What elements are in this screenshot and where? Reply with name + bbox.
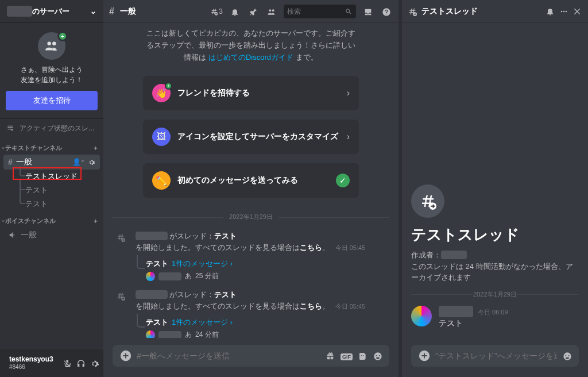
message-input[interactable]: GIF bbox=[113, 345, 389, 367]
system-message: xxx がスレッド：テスト を開始しました。すべてのスレッドを見る場合はこちら。… bbox=[113, 286, 389, 315]
chevron-right-icon: › bbox=[347, 132, 350, 142]
date-divider: 2022年1月29日 bbox=[411, 290, 579, 299]
search-icon bbox=[345, 7, 353, 16]
thread-notifications-icon[interactable] bbox=[546, 6, 555, 17]
voice-channel-general[interactable]: 一般 bbox=[3, 228, 100, 243]
onboard-line2: 友達を追加しよう！ bbox=[6, 75, 98, 85]
onboarding-avatar: + bbox=[38, 32, 65, 60]
message-timestamp: 今日 06:09 bbox=[478, 308, 508, 317]
voice-channel-label: 一般 bbox=[21, 230, 37, 240]
channel-title: 一般 bbox=[120, 6, 136, 17]
username-blur: xxx bbox=[136, 232, 168, 240]
message-avatar[interactable] bbox=[411, 306, 432, 326]
thread-icon bbox=[408, 7, 417, 16]
server-name-blur: xxxxx bbox=[7, 6, 32, 17]
hash-icon bbox=[8, 157, 13, 167]
thread-message-input[interactable] bbox=[411, 345, 579, 367]
onboard-line1: さぁ、冒険へ出よう bbox=[6, 64, 98, 75]
add-channel-icon[interactable]: ＋ bbox=[92, 144, 99, 152]
thread-created-icon bbox=[113, 289, 129, 311]
emoji-icon[interactable] bbox=[373, 351, 382, 361]
channel-settings-icon[interactable] bbox=[88, 159, 95, 166]
help-icon[interactable] bbox=[380, 6, 393, 16]
thread-created-icon bbox=[113, 230, 129, 253]
avatar-small bbox=[146, 330, 155, 338]
card-title: 初めてのメッセージを送ってみる bbox=[177, 175, 329, 186]
thread-body[interactable]: テストスレッド 作成者：xxxxx このスレッドは 24 時間活動がなかった場合… bbox=[402, 23, 588, 338]
search-input[interactable] bbox=[287, 7, 345, 16]
avatar-small bbox=[146, 272, 155, 281]
plus-badge: + bbox=[57, 31, 68, 41]
invite-friends-card[interactable]: 👋+ フレンドを招待する › bbox=[143, 76, 359, 110]
active-threads-row[interactable]: アクティブ状態のスレ... bbox=[0, 119, 103, 138]
notifications-icon[interactable] bbox=[229, 6, 241, 16]
date-divider: 2022年1月29日 bbox=[113, 213, 389, 221]
create-invite-icon[interactable]: 👤⁺ bbox=[72, 158, 84, 166]
system-message: xxx がスレッド：テスト を開始しました。すべてのスレッドを見る場合はこちら。… bbox=[113, 227, 389, 256]
attach-icon[interactable] bbox=[119, 349, 131, 362]
thread-input-row bbox=[402, 338, 588, 377]
emoji-icon[interactable] bbox=[563, 351, 572, 361]
user-tag: #8466 bbox=[9, 364, 53, 371]
server-header[interactable]: xxxxxのサーバー ⌄ bbox=[0, 0, 103, 23]
thread-link[interactable]: 1件のメッセージ › bbox=[172, 259, 233, 268]
guide-link[interactable]: はじめてのDiscordガイド bbox=[208, 53, 293, 61]
first-message-card[interactable]: ✏️ 初めてのメッセージを送ってみる ✓ bbox=[143, 163, 359, 198]
thread-textbox[interactable] bbox=[435, 351, 557, 360]
thread-topbar: テストスレッド bbox=[402, 0, 588, 23]
voice-channels-category[interactable]: ボイスチャンネル ＋ bbox=[0, 211, 103, 228]
text-channels-category[interactable]: テキストチャンネル ＋ bbox=[0, 138, 103, 155]
more-icon[interactable] bbox=[559, 6, 568, 17]
customize-server-card[interactable]: 🖼 アイコンを設定してサーバーをカスタマイズ › bbox=[143, 120, 359, 154]
gift-icon[interactable] bbox=[326, 351, 335, 361]
onboarding: + さぁ、冒険へ出よう 友達を追加しよう！ 友達を招待 bbox=[0, 23, 103, 119]
thread-embed[interactable]: テスト1件のメッセージ › xxあ24 分前 bbox=[134, 317, 389, 337]
thread-panel: テストスレッド テストスレッド 作成者：xxxxx このスレッドは 24 時間活… bbox=[399, 0, 588, 377]
search-box[interactable] bbox=[284, 5, 356, 18]
text-cat-label: テキストチャンネル bbox=[2, 144, 62, 152]
card-title: アイコンを設定してサーバーをカスタマイズ bbox=[177, 132, 340, 142]
add-channel-icon[interactable]: ＋ bbox=[92, 217, 99, 225]
active-threads-label: アクティブ状態のスレ... bbox=[20, 124, 94, 133]
thread-message: xxxxxx 今日 06:09 テスト bbox=[411, 306, 579, 329]
gif-icon[interactable]: GIF bbox=[341, 351, 353, 361]
user-settings-icon[interactable] bbox=[90, 358, 99, 368]
pinned-icon[interactable] bbox=[247, 6, 260, 16]
thread-hero-icon bbox=[411, 184, 444, 218]
close-thread-icon[interactable] bbox=[573, 6, 582, 17]
chevron-right-icon: › bbox=[347, 88, 350, 98]
speaker-icon bbox=[8, 230, 17, 240]
channel-general[interactable]: 一般 👤⁺ bbox=[3, 155, 100, 170]
thread-item[interactable]: テスト bbox=[20, 197, 100, 211]
thread-link[interactable]: 1件のメッセージ › bbox=[172, 318, 233, 326]
user-panel: testkensyou3 #8466 bbox=[0, 349, 103, 377]
threads-icon[interactable]: 3 bbox=[210, 7, 223, 16]
username: testkensyou3 bbox=[9, 356, 53, 364]
main-chat: 一般 3 ここは新しくてピカピカの、あなたのサーバーです。ご紹介す るステップで… bbox=[103, 0, 399, 377]
attach-icon[interactable] bbox=[418, 349, 430, 362]
message-text: テスト bbox=[439, 318, 579, 329]
message-textbox[interactable] bbox=[137, 351, 320, 360]
chat-scroll[interactable]: ここは新しくてピカピカの、あなたのサーバーです。ご紹介す るステップで、最初の一… bbox=[103, 23, 399, 338]
customize-icon: 🖼 bbox=[152, 128, 171, 146]
server-name-suffix: のサーバー bbox=[32, 7, 69, 16]
check-icon: ✓ bbox=[336, 174, 350, 187]
invite-friends-button[interactable]: 友達を招待 bbox=[6, 91, 98, 110]
deafen-icon[interactable] bbox=[76, 358, 86, 368]
members-icon[interactable] bbox=[265, 6, 278, 16]
user-names[interactable]: testkensyou3 #8466 bbox=[9, 356, 53, 370]
timestamp: 今日 05:45 bbox=[335, 244, 366, 251]
inbox-icon[interactable] bbox=[362, 6, 374, 16]
sticker-icon[interactable] bbox=[358, 351, 368, 361]
thread-embed[interactable]: テスト1件のメッセージ › xxあ25 分前 bbox=[134, 259, 389, 281]
mute-icon[interactable] bbox=[63, 358, 72, 368]
message-input-row: GIF bbox=[103, 338, 399, 377]
welcome-text: ここは新しくてピカピカの、あなたのサーバーです。ご紹介す るステップで、最初の一… bbox=[113, 28, 389, 63]
message-username-blur: xxxxxx bbox=[439, 306, 473, 317]
channel-sidebar: xxxxxのサーバー ⌄ + さぁ、冒険へ出よう 友達を追加しよう！ 友達を招待… bbox=[0, 0, 103, 377]
timestamp: 今日 05:45 bbox=[335, 303, 366, 310]
thread-item[interactable]: テスト bbox=[20, 183, 100, 197]
chevron-down-icon: ⌄ bbox=[90, 7, 96, 16]
thread-item[interactable]: テストスレッド bbox=[20, 170, 100, 183]
firstmsg-icon: ✏️ bbox=[152, 171, 171, 190]
